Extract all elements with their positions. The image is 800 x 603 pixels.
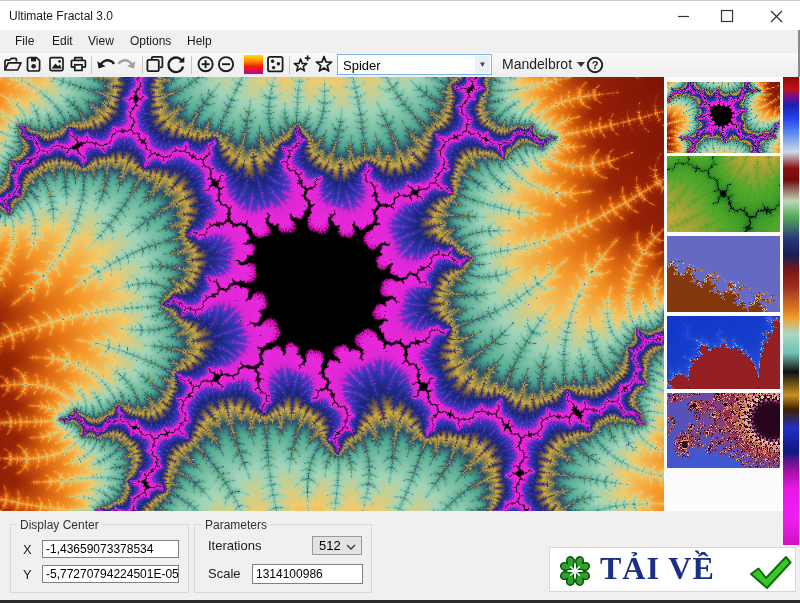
- svg-text:?: ?: [592, 59, 599, 71]
